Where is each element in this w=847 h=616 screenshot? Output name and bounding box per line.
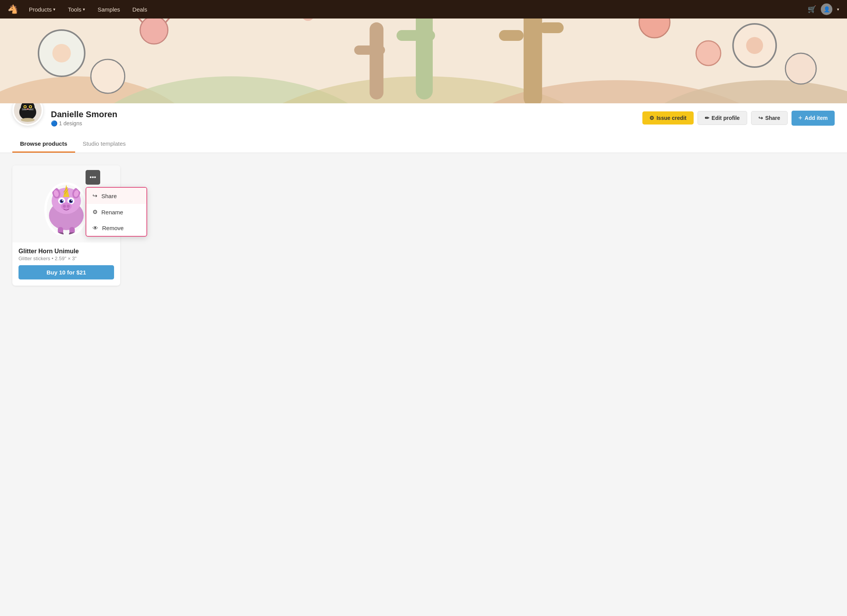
context-menu-trigger[interactable]: ••• <box>86 170 100 185</box>
navbar: 🐴 Products ▾ Tools ▾ Samples Deals 🛒 👤 ▾ <box>0 0 847 19</box>
svg-point-11 <box>52 44 71 62</box>
profile-banner <box>0 19 847 103</box>
svg-point-61 <box>61 202 72 210</box>
svg-point-36 <box>24 106 26 108</box>
svg-point-60 <box>71 200 72 201</box>
designs-icon: 🔵 <box>51 120 57 126</box>
svg-point-62 <box>63 205 66 208</box>
share-button[interactable]: ↪ Share <box>751 111 788 125</box>
pencil-icon: ✏ <box>705 115 709 121</box>
product-title: Glitter Horn Unimule <box>18 248 114 255</box>
context-menu-dropdown: ↪ Share ⚙ Rename 👁 Remove <box>86 187 147 237</box>
logo-icon[interactable]: 🐴 <box>8 4 18 14</box>
rename-menu-icon: ⚙ <box>92 209 97 215</box>
share-icon: ↪ <box>758 115 763 121</box>
svg-point-37 <box>30 106 31 108</box>
share-menu-icon: ↪ <box>92 192 97 199</box>
user-avatar[interactable]: 👤 <box>821 3 832 15</box>
context-menu-wrapper: ••• ↪ Share ⚙ Rename 👁 Remove <box>86 170 100 185</box>
svg-point-38 <box>27 108 29 110</box>
svg-point-59 <box>62 200 63 201</box>
plus-icon: + <box>798 114 803 122</box>
svg-point-43 <box>21 118 35 122</box>
svg-rect-6 <box>370 22 383 99</box>
tabs: Browse products Studio templates <box>12 136 835 153</box>
issue-credit-button[interactable]: ⚙ Issue credit <box>642 111 694 125</box>
nav-samples[interactable]: Samples <box>93 4 124 15</box>
add-item-button[interactable]: + Add item <box>792 111 835 126</box>
profile-section: Danielle Smoren 🔵 1 designs ⚙ Issue cred… <box>0 103 847 153</box>
remove-menu-icon: 👁 <box>92 225 98 231</box>
svg-point-15 <box>785 53 816 84</box>
svg-rect-9 <box>397 30 435 41</box>
tab-studio-templates[interactable]: Studio templates <box>75 136 134 153</box>
svg-rect-7 <box>354 45 385 55</box>
svg-point-14 <box>746 37 763 54</box>
product-info: Glitter Horn Unimule Glitter stickers • … <box>12 242 120 286</box>
svg-rect-16 <box>524 19 542 103</box>
content-area: ••• ↪ Share ⚙ Rename 👁 Remove <box>0 153 847 346</box>
edit-profile-button[interactable]: ✏ Edit profile <box>697 111 747 125</box>
nav-products[interactable]: Products ▾ <box>24 4 60 15</box>
gear-icon: ⚙ <box>649 115 654 121</box>
svg-point-19 <box>140 19 168 44</box>
context-menu-rename[interactable]: ⚙ Rename <box>86 204 146 220</box>
svg-rect-17 <box>499 30 524 41</box>
profile-designs: 🔵 1 designs <box>51 120 635 126</box>
tab-browse-products[interactable]: Browse products <box>12 136 75 153</box>
context-menu-share[interactable]: ↪ Share <box>86 188 146 204</box>
svg-point-21 <box>696 41 721 66</box>
product-subtitle: Glitter stickers • 2.59" × 3" <box>18 256 114 261</box>
profile-actions: ⚙ Issue credit ✏ Edit profile ↪ Share + … <box>642 111 835 126</box>
product-card: ••• ↪ Share ⚙ Rename 👁 Remove <box>12 165 120 286</box>
avatar-dropdown-icon[interactable]: ▾ <box>837 7 839 12</box>
nav-tools[interactable]: Tools ▾ <box>63 4 90 15</box>
nav-deals[interactable]: Deals <box>128 4 152 15</box>
svg-point-12 <box>91 59 125 93</box>
cart-icon[interactable]: 🛒 <box>808 5 816 13</box>
svg-point-63 <box>67 205 70 208</box>
avatar-image: 👤 <box>823 6 830 12</box>
profile-name: Danielle Smoren <box>51 109 635 119</box>
profile-row: Danielle Smoren 🔵 1 designs ⚙ Issue cred… <box>12 109 835 134</box>
product-image-area: ••• ↪ Share ⚙ Rename 👁 Remove <box>12 165 120 242</box>
ellipsis-icon: ••• <box>90 174 96 181</box>
svg-rect-18 <box>539 22 564 33</box>
profile-info: Danielle Smoren 🔵 1 designs <box>51 109 635 126</box>
navbar-right: 🛒 👤 ▾ <box>808 3 839 15</box>
context-menu-remove[interactable]: 👁 Remove <box>86 220 146 236</box>
buy-button[interactable]: Buy 10 for $21 <box>18 265 114 279</box>
